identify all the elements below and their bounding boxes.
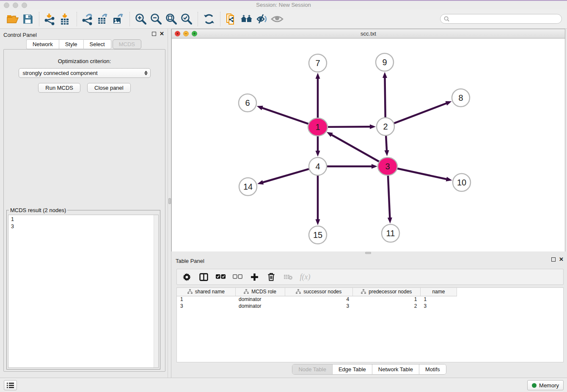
node-table[interactable]: shared name MCDS role successor nodes pr…	[176, 287, 564, 362]
clone-network-icon[interactable]	[224, 11, 239, 27]
cell-mcds-role[interactable]: dominator	[235, 303, 285, 309]
task-history-button[interactable]	[4, 380, 17, 390]
minimize-network-icon[interactable]: −	[183, 31, 189, 36]
splitter-handle[interactable]	[365, 252, 371, 254]
mcds-result-title: MCDS result (2 nodes)	[9, 207, 67, 213]
graph-edge-arrow	[384, 150, 389, 156]
tab-motifs[interactable]: Motifs	[419, 364, 446, 374]
network-graph[interactable]: 7968124314101511	[172, 39, 565, 251]
function-builder-icon[interactable]: f(x)	[299, 271, 311, 283]
table-row[interactable]: 1 dominator 4 1 1	[177, 296, 457, 303]
zoom-fit-icon[interactable]	[164, 11, 179, 27]
cell-successor-nodes[interactable]: 3	[285, 303, 352, 309]
settings-gear-icon[interactable]	[180, 271, 193, 283]
graph-node-label: 4	[315, 162, 320, 171]
cell-predecessor-nodes[interactable]: 1	[352, 296, 420, 303]
tab-network[interactable]: Network	[26, 39, 59, 49]
export-table-icon[interactable]	[96, 11, 111, 27]
deselect-all-icon[interactable]	[231, 271, 244, 283]
table-panel: Table Panel ✕	[171, 254, 567, 378]
result-scrollbar[interactable]	[154, 215, 158, 367]
graph-edge-4-14[interactable]	[262, 168, 310, 182]
select-all-icon[interactable]	[214, 271, 227, 283]
graph-node-label: 1	[315, 122, 320, 132]
close-panel-button[interactable]: Close panel	[87, 83, 131, 93]
cell-name[interactable]: 1	[420, 296, 457, 303]
add-column-icon[interactable]	[248, 271, 261, 283]
cell-shared-name[interactable]: 1	[177, 296, 235, 303]
column-header[interactable]: successor nodes	[285, 288, 352, 296]
column-header[interactable]: name	[420, 288, 457, 296]
criterion-select[interactable]: strongly connected component	[19, 68, 151, 78]
refresh-icon[interactable]	[201, 11, 217, 27]
tab-style[interactable]: Style	[59, 39, 83, 49]
column-header[interactable]: shared name	[177, 288, 235, 296]
close-network-icon[interactable]: ×	[175, 31, 180, 36]
tab-edge-table[interactable]: Edge Table	[333, 364, 372, 374]
splitter-handle[interactable]	[168, 198, 171, 204]
export-network-icon[interactable]	[80, 11, 96, 27]
graph-edge-arrow	[445, 101, 451, 105]
tab-mcds[interactable]: MCDS	[113, 39, 141, 49]
eye-icon[interactable]	[270, 11, 285, 27]
float-panel-icon[interactable]	[152, 32, 156, 36]
table-header-row: shared name MCDS role successor nodes pr…	[177, 288, 457, 296]
export-image-icon[interactable]	[111, 11, 126, 27]
graph-edge-arrow	[388, 218, 392, 224]
graph-node-label: 14	[243, 182, 253, 191]
cell-name[interactable]: 3	[420, 303, 457, 309]
close-panel-icon[interactable]: ✕	[559, 257, 564, 262]
graph-edge-3-11[interactable]	[388, 175, 390, 218]
mcds-result-list[interactable]: 1 3	[8, 215, 159, 368]
tab-select[interactable]: Select	[83, 39, 111, 49]
network-view-window: × − + scc.txt 7968124314101511	[171, 29, 565, 251]
graph-edge-arrow	[370, 124, 376, 129]
close-panel-icon[interactable]: ✕	[160, 32, 164, 36]
memory-button[interactable]: Memory	[527, 380, 564, 390]
cell-predecessor-nodes[interactable]: 2	[352, 303, 420, 309]
zoom-in-icon[interactable]	[133, 11, 149, 27]
column-header[interactable]: MCDS role	[235, 288, 285, 296]
graph-edge-3-10[interactable]	[396, 168, 447, 179]
column-header[interactable]: predecessor nodes	[352, 288, 420, 296]
network-overview-icon[interactable]	[239, 11, 254, 27]
graphics-details-icon[interactable]	[254, 11, 270, 27]
titlebar: Session: New Session	[0, 1, 567, 9]
vertical-splitter[interactable]	[168, 29, 171, 378]
app-window: Session: New Session	[0, 0, 567, 392]
memory-status-icon	[532, 383, 537, 388]
graph-edge-1-2[interactable]	[326, 127, 371, 127]
graph-edge-3-1[interactable]	[331, 135, 380, 163]
run-mcds-button[interactable]: Run MCDS	[38, 83, 80, 93]
network-window-titlebar[interactable]: × − + scc.txt	[172, 29, 565, 39]
network-canvas[interactable]: 7968124314101511	[172, 39, 565, 251]
horizontal-splitter[interactable]	[171, 251, 567, 254]
open-session-icon[interactable]	[5, 11, 20, 27]
zoom-selected-icon[interactable]	[179, 11, 194, 27]
search-input[interactable]	[451, 16, 558, 22]
graph-edge-2-8[interactable]	[393, 103, 447, 124]
import-table-icon[interactable]	[58, 11, 73, 27]
cell-shared-name[interactable]: 3	[177, 303, 235, 309]
graph-edge-1-6[interactable]	[261, 108, 310, 124]
graph-edge-arrow	[372, 164, 377, 169]
zoom-out-icon[interactable]	[149, 11, 164, 27]
cell-mcds-role[interactable]: dominator	[235, 296, 285, 303]
optimization-criterion-label: Optimization criterion:	[4, 58, 165, 64]
import-network-icon[interactable]	[43, 11, 58, 27]
graph-edge-2-3[interactable]	[386, 135, 387, 151]
save-session-icon[interactable]	[20, 11, 36, 27]
tab-network-table[interactable]: Network Table	[372, 364, 419, 374]
tab-node-table[interactable]: Node Table	[292, 364, 333, 374]
delete-table-icon[interactable]	[282, 271, 295, 283]
column-manager-icon[interactable]	[197, 271, 210, 283]
maximize-network-icon[interactable]: +	[192, 31, 197, 36]
table-row[interactable]: 3 dominator 3 2 3	[177, 303, 457, 309]
search-field[interactable]	[440, 14, 562, 24]
cell-successor-nodes[interactable]: 4	[285, 296, 352, 303]
graph-node-label: 3	[385, 162, 390, 171]
table-panel-title: Table Panel	[176, 258, 204, 264]
delete-column-icon[interactable]	[265, 271, 278, 283]
graph-edge-2-9[interactable]	[385, 77, 385, 119]
float-panel-icon[interactable]	[551, 257, 556, 262]
